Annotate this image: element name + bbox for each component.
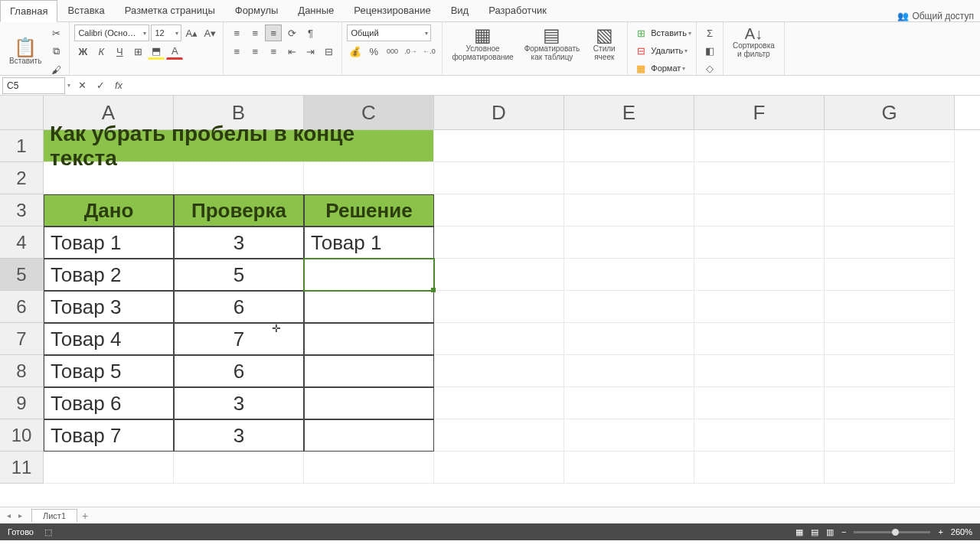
cell[interactable]: 6 xyxy=(174,355,304,387)
currency-button[interactable]: 💰 xyxy=(347,43,364,60)
cell[interactable] xyxy=(694,452,825,484)
merge-button[interactable]: ⊟ xyxy=(320,43,337,60)
cell[interactable] xyxy=(825,130,955,162)
increase-decimal-button[interactable]: .0→ xyxy=(402,43,419,60)
cell[interactable]: Товар 2 xyxy=(44,259,174,291)
orientation-button[interactable]: ⟳ xyxy=(283,24,300,41)
row-header-6[interactable]: 6 xyxy=(0,291,44,323)
cell[interactable] xyxy=(825,387,955,419)
cell[interactable] xyxy=(434,194,564,227)
cell[interactable] xyxy=(564,323,694,355)
row-header-9[interactable]: 9 xyxy=(0,387,44,419)
cell[interactable] xyxy=(694,194,825,227)
col-header-D[interactable]: D xyxy=(434,96,564,129)
decrease-font-button[interactable]: A▾ xyxy=(201,24,218,41)
cell[interactable] xyxy=(694,162,825,194)
cell[interactable] xyxy=(304,291,434,323)
row-header-10[interactable]: 10 xyxy=(0,419,44,452)
cell[interactable] xyxy=(694,323,825,355)
format-painter-button[interactable]: 🖌 xyxy=(47,61,64,78)
cell[interactable] xyxy=(564,130,694,162)
row-header-8[interactable]: 8 xyxy=(0,355,44,387)
tab-formulas[interactable]: Формулы xyxy=(225,0,289,21)
cell[interactable] xyxy=(564,387,694,419)
cell[interactable] xyxy=(434,130,564,162)
number-format-select[interactable]: Общий xyxy=(347,24,431,41)
indent-increase-button[interactable]: ⇥ xyxy=(302,43,318,60)
cell[interactable] xyxy=(825,452,955,484)
cell[interactable] xyxy=(694,130,825,162)
sheet-nav-last[interactable]: ▸ xyxy=(15,511,25,520)
decrease-decimal-button[interactable]: ←.0 xyxy=(420,43,437,60)
cell[interactable] xyxy=(564,227,694,259)
row-header-4[interactable]: 4 xyxy=(0,227,44,259)
zoom-in-button[interactable]: + xyxy=(938,527,942,536)
view-pagebreak-button[interactable]: ▥ xyxy=(826,527,834,537)
cell[interactable] xyxy=(434,162,564,194)
row-header-11[interactable]: 11 xyxy=(0,452,44,484)
font-name-select[interactable]: Calibri (Осно… xyxy=(74,24,149,41)
cell[interactable]: Товар 1 xyxy=(44,227,174,259)
cell[interactable] xyxy=(304,419,434,452)
cell[interactable] xyxy=(825,162,955,194)
title-cell[interactable]: Как убрать пробелы в конце текста xyxy=(44,130,434,162)
tab-review[interactable]: Рецензирование xyxy=(344,0,440,21)
cell[interactable]: 3 xyxy=(174,387,304,419)
table-header[interactable]: Дано xyxy=(44,194,174,227)
align-middle-button[interactable]: ≡ xyxy=(247,24,263,41)
row-header-1[interactable]: 1 xyxy=(0,130,44,162)
cell[interactable] xyxy=(825,355,955,387)
cell[interactable] xyxy=(434,259,564,291)
sort-filter-button[interactable]: A↓Сортировка и фильтр xyxy=(728,24,779,60)
cell[interactable] xyxy=(825,419,955,452)
border-button[interactable]: ⊞ xyxy=(129,43,146,60)
row-header-5[interactable]: 5 xyxy=(0,259,44,291)
cell[interactable] xyxy=(825,291,955,323)
share-button[interactable]: 👥Общий доступ xyxy=(897,11,974,21)
align-left-button[interactable]: ≡ xyxy=(228,43,245,60)
cell[interactable] xyxy=(434,355,564,387)
col-header-G[interactable]: G xyxy=(825,96,955,129)
tab-data[interactable]: Данные xyxy=(288,0,344,21)
align-bottom-button[interactable]: ≡ xyxy=(265,24,282,41)
cell[interactable]: 3 xyxy=(174,419,304,452)
cell[interactable] xyxy=(44,162,174,194)
align-center-button[interactable]: ≡ xyxy=(247,43,263,60)
cell[interactable] xyxy=(434,452,564,484)
fill-button[interactable]: ◧ xyxy=(701,42,718,59)
cell[interactable] xyxy=(564,291,694,323)
cell[interactable]: 5 xyxy=(174,259,304,291)
cell[interactable] xyxy=(694,419,825,452)
cell[interactable] xyxy=(304,387,434,419)
indent-decrease-button[interactable]: ⇤ xyxy=(283,43,300,60)
insert-cells-button[interactable]: Вставить xyxy=(651,28,687,37)
row-header-2[interactable]: 2 xyxy=(0,162,44,194)
cell[interactable] xyxy=(304,355,434,387)
cell[interactable] xyxy=(434,387,564,419)
cell[interactable] xyxy=(825,194,955,227)
view-layout-button[interactable]: ▤ xyxy=(811,527,818,537)
cell[interactable] xyxy=(825,259,955,291)
table-header[interactable]: Проверка xyxy=(174,194,304,227)
tab-layout[interactable]: Разметка страницы xyxy=(115,0,225,21)
cancel-formula-button[interactable]: ✕ xyxy=(74,77,90,94)
col-header-F[interactable]: F xyxy=(694,96,825,129)
cell[interactable] xyxy=(694,291,825,323)
cell[interactable]: Товар 3 xyxy=(44,291,174,323)
confirm-formula-button[interactable]: ✓ xyxy=(92,77,109,94)
font-size-select[interactable]: 12 xyxy=(151,24,181,41)
view-normal-button[interactable]: ▦ xyxy=(795,527,803,537)
sheet-tab[interactable]: Лист1 xyxy=(31,509,77,522)
font-color-button[interactable]: A xyxy=(166,43,183,60)
tab-view[interactable]: Вид xyxy=(441,0,479,21)
name-box[interactable]: C5 xyxy=(2,77,65,94)
cell[interactable] xyxy=(434,419,564,452)
format-as-table-button[interactable]: ▤Форматировать как таблицу xyxy=(520,24,585,63)
zoom-slider[interactable] xyxy=(854,531,930,533)
cell[interactable]: Товар 1 xyxy=(304,227,434,259)
macro-record-icon[interactable]: ⬚ xyxy=(44,527,52,537)
italic-button[interactable]: К xyxy=(93,43,109,60)
wrap-text-button[interactable]: ¶ xyxy=(302,24,318,41)
cell[interactable] xyxy=(304,323,434,355)
cell[interactable] xyxy=(825,323,955,355)
